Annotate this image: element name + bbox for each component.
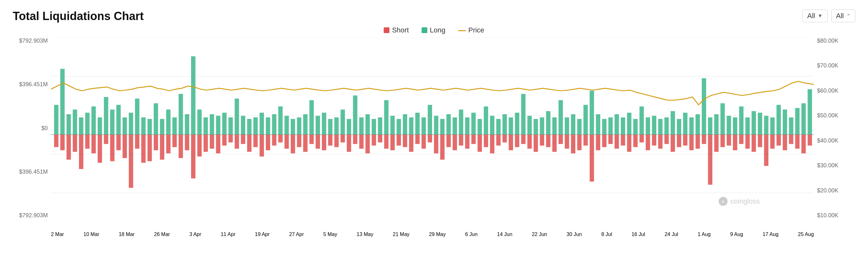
dropdown-time-value: All — [836, 12, 844, 20]
chart-title: Total Liquidations Chart — [13, 9, 144, 23]
svg-rect-57 — [366, 114, 370, 135]
svg-rect-172 — [322, 135, 327, 150]
svg-rect-111 — [702, 78, 706, 135]
svg-rect-213 — [577, 135, 582, 150]
svg-rect-140 — [123, 135, 127, 158]
svg-rect-185 — [403, 135, 407, 147]
svg-rect-207 — [540, 135, 544, 145]
x-label-20: 9 Aug — [730, 231, 743, 251]
svg-rect-176 — [347, 135, 351, 152]
svg-rect-125 — [789, 117, 794, 135]
long-color-swatch — [422, 27, 427, 33]
svg-rect-175 — [341, 135, 345, 143]
svg-rect-206 — [534, 135, 538, 152]
y-right-label-1: $70.00K — [817, 62, 855, 69]
svg-rect-44 — [284, 116, 289, 135]
x-label-10: 21 May — [393, 231, 409, 251]
chart-inner: c coingloss — [51, 38, 814, 231]
svg-rect-145 — [154, 135, 158, 150]
svg-rect-246 — [783, 135, 787, 150]
svg-rect-134 — [85, 135, 90, 149]
svg-rect-220 — [621, 135, 625, 145]
svg-rect-221 — [627, 135, 631, 152]
svg-rect-41 — [266, 117, 270, 135]
svg-rect-225 — [652, 135, 656, 145]
svg-rect-161 — [253, 135, 258, 147]
svg-rect-73 — [465, 117, 470, 135]
svg-rect-84 — [534, 119, 538, 135]
svg-rect-21 — [142, 117, 146, 135]
svg-rect-65 — [415, 113, 420, 135]
svg-rect-7 — [54, 105, 59, 135]
svg-rect-103 — [652, 116, 656, 135]
svg-rect-244 — [770, 135, 775, 149]
svg-rect-40 — [259, 113, 264, 135]
svg-rect-133 — [79, 135, 84, 169]
svg-rect-86 — [546, 111, 551, 135]
svg-rect-209 — [553, 135, 557, 152]
svg-rect-152 — [197, 135, 202, 156]
dropdown-time[interactable]: All ⌃ — [831, 9, 855, 22]
svg-rect-102 — [646, 117, 650, 135]
svg-rect-205 — [527, 135, 532, 149]
svg-rect-104 — [658, 119, 662, 135]
svg-rect-131 — [66, 135, 71, 160]
x-label-6: 19 Apr — [255, 231, 270, 251]
svg-rect-90 — [571, 114, 576, 135]
header-row: Total Liquidations Chart All ▼ All ⌃ — [13, 9, 855, 23]
svg-rect-217 — [602, 135, 607, 147]
legend-item-short: Short — [384, 26, 409, 34]
svg-rect-184 — [397, 135, 401, 145]
svg-rect-187 — [415, 135, 420, 144]
svg-rect-45 — [291, 119, 295, 135]
svg-rect-250 — [807, 135, 812, 145]
svg-rect-22 — [148, 119, 152, 135]
svg-rect-219 — [615, 135, 619, 149]
svg-rect-226 — [658, 135, 662, 149]
main-svg-chart — [51, 38, 814, 231]
svg-rect-239 — [739, 135, 744, 144]
svg-rect-194 — [459, 135, 463, 145]
svg-rect-53 — [341, 109, 345, 135]
svg-rect-245 — [777, 135, 781, 145]
svg-rect-81 — [515, 113, 519, 135]
svg-rect-89 — [565, 117, 569, 135]
svg-rect-224 — [646, 135, 650, 150]
svg-rect-110 — [695, 114, 700, 135]
svg-rect-49 — [315, 116, 320, 135]
svg-rect-24 — [160, 119, 164, 135]
svg-rect-25 — [166, 109, 171, 135]
svg-rect-98 — [621, 117, 625, 135]
svg-rect-107 — [677, 119, 681, 135]
svg-rect-68 — [434, 116, 438, 135]
svg-rect-127 — [802, 103, 806, 135]
svg-rect-169 — [303, 135, 308, 152]
svg-rect-79 — [502, 114, 507, 135]
svg-rect-166 — [284, 135, 289, 149]
svg-rect-202 — [509, 135, 513, 150]
svg-rect-222 — [633, 135, 638, 147]
svg-rect-240 — [745, 135, 750, 149]
dropdown-coin[interactable]: All ▼ — [802, 9, 827, 22]
svg-rect-179 — [366, 135, 370, 153]
svg-rect-97 — [615, 114, 619, 135]
svg-rect-147 — [166, 135, 171, 153]
svg-rect-137 — [104, 135, 108, 144]
svg-rect-238 — [733, 135, 738, 150]
svg-rect-47 — [303, 114, 308, 135]
svg-rect-229 — [677, 135, 681, 147]
svg-rect-141 — [129, 135, 133, 188]
svg-rect-162 — [259, 135, 264, 156]
svg-rect-77 — [490, 116, 495, 135]
svg-rect-181 — [378, 135, 382, 143]
svg-rect-78 — [496, 119, 500, 135]
svg-rect-122 — [770, 117, 775, 135]
svg-rect-196 — [471, 135, 476, 144]
svg-rect-46 — [297, 117, 302, 135]
svg-rect-164 — [272, 135, 276, 145]
svg-rect-72 — [459, 109, 463, 135]
svg-rect-143 — [142, 135, 146, 163]
svg-rect-163 — [266, 135, 270, 150]
x-label-5: 11 Apr — [221, 231, 235, 251]
svg-rect-105 — [664, 117, 669, 135]
